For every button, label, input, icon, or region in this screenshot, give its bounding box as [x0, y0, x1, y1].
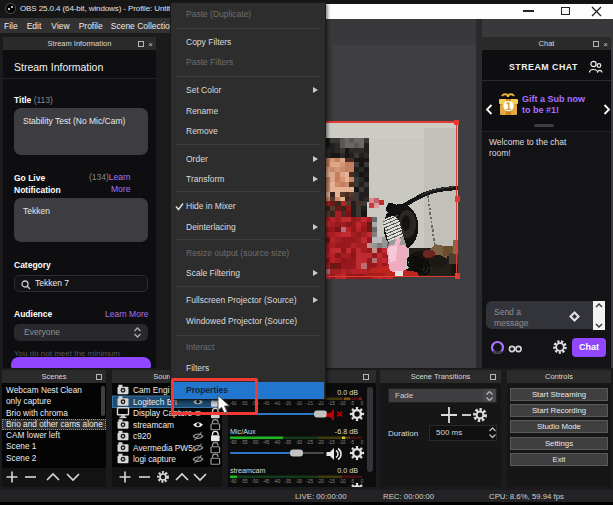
- svg-text:0: 0: [361, 440, 364, 445]
- svg-text:0.0 dB: 0.0 dB: [337, 388, 358, 397]
- svg-text:-25: -25: [306, 401, 313, 406]
- svg-text:-10: -10: [339, 440, 346, 445]
- svg-text:-20: -20: [317, 401, 324, 406]
- svg-text:0: 0: [361, 479, 364, 484]
- svg-text:-60: -60: [230, 479, 237, 484]
- svg-text:-55: -55: [241, 440, 248, 445]
- svg-text:-35: -35: [285, 479, 292, 484]
- svg-text:-6.8 dB: -6.8 dB: [335, 427, 358, 436]
- svg-text:1: 1: [506, 101, 512, 112]
- svg-text:-40: -40: [274, 401, 281, 406]
- svg-text:-25: -25: [306, 440, 313, 445]
- svg-text:-55: -55: [241, 479, 248, 484]
- svg-text:Avermedia PW5:: Avermedia PW5:: [133, 443, 195, 453]
- svg-text:c920: c920: [133, 431, 151, 441]
- svg-text:-45: -45: [263, 479, 270, 484]
- svg-text:-30: -30: [295, 479, 302, 484]
- svg-text:-15: -15: [328, 479, 335, 484]
- svg-text:0: 0: [361, 401, 364, 406]
- svg-text:-20: -20: [317, 440, 324, 445]
- svg-text:-5: -5: [350, 479, 355, 484]
- svg-text:logi capture: logi capture: [133, 454, 176, 464]
- svg-text:-60: -60: [230, 440, 237, 445]
- svg-text:-5: -5: [350, 440, 355, 445]
- svg-text:-15: -15: [328, 401, 335, 406]
- svg-text:streamcam: streamcam: [230, 466, 266, 475]
- svg-text:-45: -45: [263, 440, 270, 445]
- svg-text:-35: -35: [285, 401, 292, 406]
- svg-text:-20: -20: [317, 479, 324, 484]
- svg-text:-40: -40: [274, 479, 281, 484]
- svg-text:-50: -50: [252, 440, 259, 445]
- svg-text:Mic/Aux: Mic/Aux: [230, 427, 256, 436]
- svg-text:-10: -10: [339, 479, 346, 484]
- svg-text:0.0 dB: 0.0 dB: [337, 466, 358, 475]
- svg-text:-25: -25: [306, 479, 313, 484]
- svg-text:-35: -35: [285, 440, 292, 445]
- svg-text:-15: -15: [328, 440, 335, 445]
- svg-text:-40: -40: [274, 440, 281, 445]
- svg-text:-30: -30: [295, 440, 302, 445]
- svg-text:-5: -5: [350, 401, 355, 406]
- svg-text:-50: -50: [252, 479, 259, 484]
- svg-text:streamcam: streamcam: [133, 420, 174, 430]
- svg-text:-10: -10: [339, 401, 346, 406]
- svg-text:-30: -30: [295, 401, 302, 406]
- svg-text:-45: -45: [263, 401, 270, 406]
